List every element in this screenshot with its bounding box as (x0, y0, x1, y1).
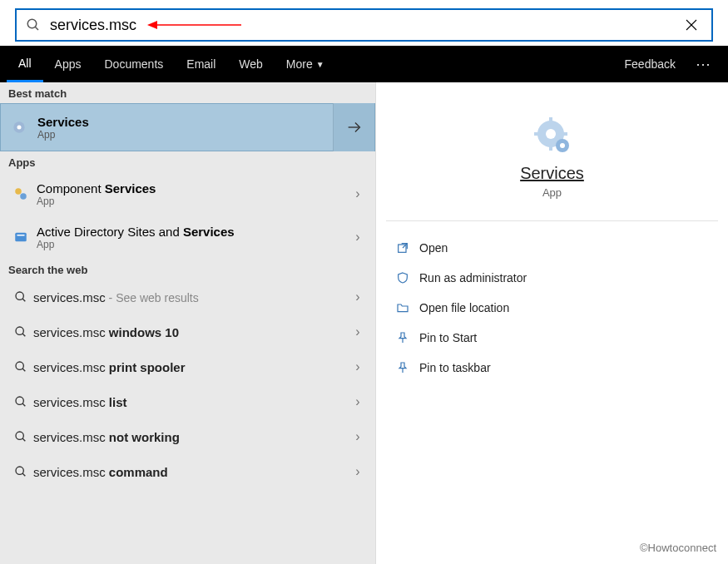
svg-point-15 (16, 327, 23, 334)
svg-line-1 (35, 27, 38, 30)
svg-rect-29 (534, 132, 539, 136)
tab-label: Apps (55, 57, 82, 71)
tab-label: All (18, 57, 32, 70)
feedback-link[interactable]: Feedback (615, 57, 686, 71)
section-best-match: Best match (0, 82, 375, 103)
svg-rect-12 (17, 235, 25, 236)
svg-line-24 (22, 473, 25, 476)
search-icon (8, 465, 33, 478)
section-apps: Apps (0, 151, 375, 172)
action-label: Run as administrator (419, 271, 527, 284)
results-pane: Best match Services App Apps Component S… (0, 82, 376, 564)
watermark: ©Howtoconnect (640, 542, 716, 554)
ad-sites-services-icon (8, 230, 33, 245)
tab-more[interactable]: More▼ (275, 46, 336, 82)
search-icon (8, 395, 33, 408)
chevron-right-icon[interactable]: › (345, 394, 370, 409)
web-result-text: services.msc command (33, 465, 345, 479)
preview-subtitle: App (376, 186, 728, 199)
svg-line-14 (22, 299, 25, 301)
web-result-text: services.msc - See web results (33, 290, 345, 304)
tab-web[interactable]: Web (227, 46, 275, 82)
tab-all[interactable]: All (7, 46, 43, 82)
web-result[interactable]: services.msc list › (0, 384, 375, 419)
tab-label: Email (186, 57, 215, 71)
web-result-text: services.msc list (33, 395, 345, 409)
open-icon (396, 241, 419, 255)
component-services-icon (8, 186, 33, 201)
tab-documents[interactable]: Documents (92, 46, 175, 82)
action-run-as-admin[interactable]: Run as administrator (379, 263, 725, 293)
folder-icon (396, 301, 419, 314)
svg-point-19 (16, 397, 23, 404)
svg-point-21 (16, 432, 23, 439)
svg-point-0 (27, 19, 37, 28)
tab-label: Documents (104, 57, 163, 71)
svg-rect-27 (549, 117, 552, 122)
svg-line-18 (22, 369, 25, 371)
section-web: Search the web (0, 259, 375, 280)
web-result[interactable]: services.msc - See web results › (0, 280, 375, 314)
chevron-right-icon[interactable]: › (345, 359, 370, 374)
filter-tabbar: All Apps Documents Email Web More▼ Feedb… (0, 46, 728, 82)
action-open-file-location[interactable]: Open file location (379, 293, 725, 323)
svg-line-20 (22, 403, 25, 406)
chevron-right-icon[interactable]: › (345, 230, 370, 245)
svg-point-23 (16, 467, 23, 474)
search-input[interactable] (50, 17, 671, 34)
app-result-subtitle: App (37, 195, 345, 207)
action-open[interactable]: Open (379, 233, 725, 263)
chevron-right-icon[interactable]: › (345, 429, 370, 444)
app-result-subtitle: App (37, 239, 345, 250)
search-icon (8, 325, 33, 339)
web-result[interactable]: services.msc command › (0, 454, 375, 489)
svg-point-9 (15, 188, 22, 195)
services-gear-icon (532, 116, 572, 156)
svg-rect-30 (562, 132, 567, 136)
chevron-right-icon[interactable]: › (345, 464, 370, 479)
chevron-right-icon[interactable]: › (345, 186, 370, 201)
chevron-right-icon[interactable]: › (345, 324, 370, 339)
pin-start-icon (396, 331, 419, 344)
svg-point-7 (17, 126, 22, 130)
tab-label: More (286, 57, 313, 71)
search-icon (8, 430, 33, 443)
search-icon (8, 290, 33, 304)
preview-title[interactable]: Services (376, 164, 728, 183)
web-result[interactable]: services.msc print spooler › (0, 349, 375, 384)
action-label: Open (419, 241, 448, 255)
best-match-subtitle: App (37, 129, 333, 141)
svg-point-17 (16, 362, 23, 369)
action-pin-to-taskbar[interactable]: Pin to taskbar (379, 353, 725, 383)
search-icon (8, 360, 33, 374)
app-result[interactable]: Active Directory Sites and Services App … (0, 215, 375, 259)
svg-point-26 (546, 129, 556, 139)
svg-point-10 (20, 193, 27, 200)
best-match-result[interactable]: Services App (0, 103, 375, 151)
tab-apps[interactable]: Apps (43, 46, 93, 82)
svg-point-13 (16, 292, 23, 299)
open-best-match-button[interactable] (333, 103, 374, 151)
clear-search-button[interactable] (671, 17, 711, 32)
web-result[interactable]: services.msc not working › (0, 419, 375, 454)
app-result-title: Active Directory Sites and Services (37, 225, 345, 239)
action-pin-to-start[interactable]: Pin to Start (379, 323, 725, 353)
search-bar[interactable] (15, 8, 713, 42)
web-result-text: services.msc windows 10 (33, 325, 345, 339)
search-icon (17, 17, 50, 32)
more-options-button[interactable]: ⋯ (686, 55, 721, 73)
best-match-title: Services (37, 115, 333, 129)
app-result[interactable]: Component Services App › (0, 172, 375, 215)
chevron-right-icon[interactable]: › (345, 289, 370, 304)
svg-line-22 (22, 438, 25, 441)
web-result-text: services.msc print spooler (33, 360, 345, 374)
action-label: Open file location (419, 301, 509, 314)
tab-email[interactable]: Email (175, 46, 227, 82)
admin-icon (396, 271, 419, 284)
svg-point-32 (560, 143, 565, 148)
action-label: Pin to taskbar (419, 361, 491, 374)
action-label: Pin to Start (419, 331, 477, 344)
tab-label: Web (239, 57, 263, 71)
svg-rect-28 (549, 146, 552, 151)
web-result[interactable]: services.msc windows 10 › (0, 314, 375, 349)
